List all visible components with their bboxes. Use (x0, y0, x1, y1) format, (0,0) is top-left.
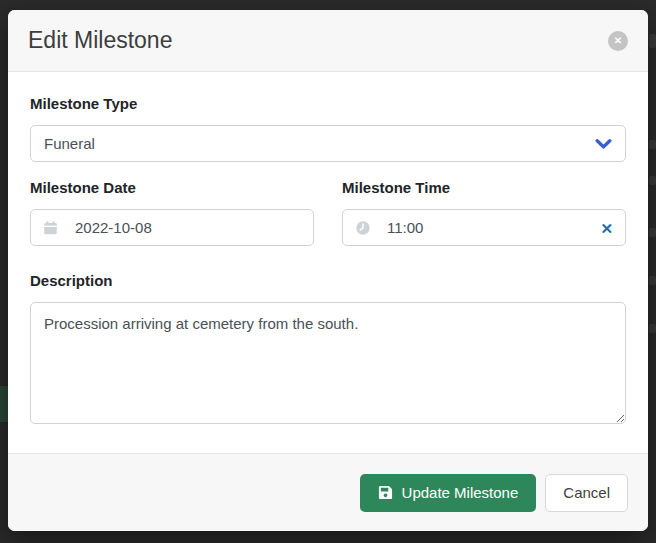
milestone-type-group: Milestone Type Funeral (30, 95, 626, 162)
save-icon (378, 485, 393, 500)
modal-header: Edit Milestone ✕ (8, 10, 648, 72)
milestone-time-input[interactable] (342, 209, 626, 246)
backdrop-artifact (649, 324, 656, 333)
clear-time-button[interactable]: ✕ (598, 218, 615, 237)
backdrop-artifact (0, 386, 8, 422)
backdrop-artifact (649, 140, 656, 149)
milestone-date-label: Milestone Date (30, 179, 314, 197)
modal-footer: Update Milestone Cancel (8, 453, 648, 531)
page-title: Edit Milestone (28, 27, 172, 54)
description-group: Description Procession arriving at cemet… (30, 272, 626, 424)
milestone-type-label: Milestone Type (30, 95, 626, 113)
modal-backdrop: Edit Milestone ✕ Milestone Type Funeral (0, 0, 656, 543)
close-icon: ✕ (614, 36, 622, 46)
description-textarea[interactable]: Procession arriving at cemetery from the… (30, 302, 626, 424)
backdrop-artifact (649, 228, 656, 237)
close-button[interactable]: ✕ (608, 31, 628, 51)
modal-body: Milestone Type Funeral Milestone Date (8, 72, 648, 453)
edit-milestone-dialog: Edit Milestone ✕ Milestone Type Funeral (8, 10, 648, 531)
milestone-time-group: Milestone Time ✕ (342, 179, 626, 246)
milestone-date-group: Milestone Date (30, 179, 314, 246)
milestone-date-input[interactable] (30, 209, 314, 246)
clear-icon: ✕ (600, 219, 613, 236)
milestone-type-select[interactable]: Funeral (30, 125, 626, 162)
backdrop-artifact (649, 176, 656, 185)
update-milestone-button[interactable]: Update Milestone (360, 474, 537, 512)
backdrop-artifact (649, 276, 656, 285)
cancel-button[interactable]: Cancel (545, 474, 628, 512)
description-label: Description (30, 272, 626, 290)
milestone-time-label: Milestone Time (342, 179, 626, 197)
backdrop-artifact (649, 34, 656, 48)
update-milestone-label: Update Milestone (402, 484, 519, 501)
